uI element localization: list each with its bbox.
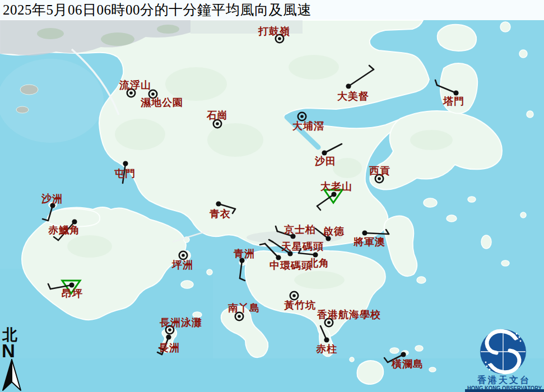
station-dot-icon [362,230,367,235]
calm-station-center-dot [129,91,133,95]
station-label: 赤鱲角 [48,225,80,236]
station-label: 石崗 [206,110,228,121]
compass-north-en-label: N [2,340,15,361]
station-label: 赤柱 [315,343,337,354]
hko-logo-zh-text: 香港天文台 [477,375,531,385]
station-dot-icon [313,252,318,257]
deep-bay-water [0,59,104,143]
hong-kong-wind-map: 打鼓嶺流浮山濕地公園石崗大美督塔門大埔滘沙田西貢屯門大老山沙洲赤鱲角青衣京士柏啟… [0,0,544,392]
station-label: 濕地公園 [140,97,183,108]
station-label: 中環碼頭 [269,260,312,271]
station-dot-icon [72,219,77,224]
station-label: 黃竹坑 [284,300,316,311]
station-dot-icon [401,352,406,357]
calm-station-center-dot [292,294,296,297]
calm-station-center-dot [168,328,171,332]
station-label: 啟德 [323,226,345,237]
station-label: 塔門 [443,96,464,107]
station-label: 屯門 [114,168,136,179]
station-dot-icon [331,192,336,197]
station-label: 香港航海學校 [317,309,381,320]
station-label: 青衣 [209,208,231,220]
calm-station-center-dot [327,321,331,324]
logo-navy-strip [465,389,544,392]
calm-station-center-dot [151,92,155,96]
station-dot-icon [216,201,221,206]
station-label: 大老山 [320,181,352,192]
map-title: 2025年5月06日06時00分的十分鐘平均風向及風速 [0,0,544,20]
north-compass: 北 N [0,324,28,392]
station-label: 橫瀾島 [391,358,424,370]
station-label: 沙田 [314,156,336,167]
sea-shade-bottom [0,358,544,392]
kat-o-island [438,25,477,51]
station-label: 長洲泳灘 [159,317,202,328]
wind-map-screen: 打鼓嶺流浮山濕地公園石崗大美督塔門大埔滘沙田西貢屯門大老山沙洲赤鱲角青衣京士柏啟… [0,0,544,392]
po-toi-islands [357,361,384,384]
station-label: 南丫島 [227,302,260,314]
station-label: 天星碼頭 [281,241,324,252]
calm-station-center-dot [216,122,219,125]
station-label: 北角 [308,258,329,269]
station-label: 大美督 [337,90,369,102]
station-label: 京士柏 [283,224,316,235]
calm-station-center-dot [238,315,241,318]
station-dot-icon [324,337,329,342]
station-label: 將軍澳 [353,236,385,248]
station-dot-icon [453,90,458,95]
calm-station-center-dot [182,254,185,257]
station-dot-icon [123,161,128,166]
north-arrow-icon [3,360,21,390]
station-label: 青洲 [233,248,255,259]
station-label: 西貢 [369,165,390,176]
station-dot-icon [166,334,171,339]
station-dot-icon [69,282,74,287]
calm-station-center-dot [278,37,281,40]
station-label: 大埔滘 [292,120,324,132]
station-label: 流浮山 [119,80,151,91]
station-label: 打鼓嶺 [258,26,290,37]
station-label: 沙洲 [41,193,63,204]
station-dot-icon [346,83,351,88]
station-label: 坪洲 [171,259,193,270]
station-label: 昂坪 [62,288,83,299]
hko-logo: 香港天文台 HONG KONG OBSERVATORY [465,326,544,392]
station-dot-icon [322,150,327,155]
station-label: 長洲 [158,342,180,353]
calm-station-center-dot [378,177,381,180]
calm-station-center-dot [300,115,304,118]
